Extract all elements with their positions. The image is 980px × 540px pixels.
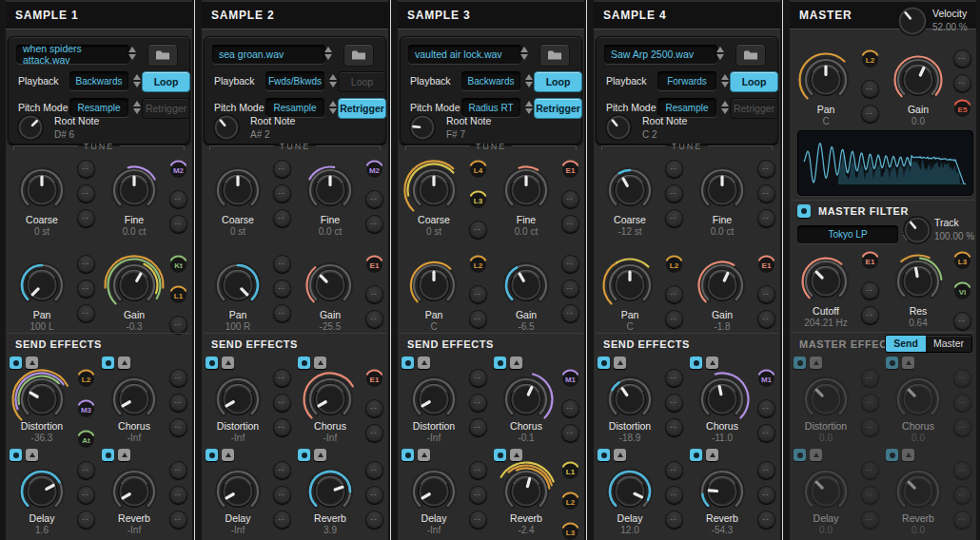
mod-slot-button[interactable]: --	[169, 486, 187, 504]
mod-slot-button[interactable]: --	[77, 461, 95, 479]
mod-badge-E1[interactable]: E1	[364, 369, 384, 389]
playback-spinner[interactable]	[329, 74, 337, 87]
mod-badge-E1[interactable]: E1	[560, 160, 580, 180]
pitch-spinner[interactable]	[721, 101, 729, 114]
mod-slot-button[interactable]: --	[561, 280, 579, 298]
retrigger-button[interactable]: Retrigger	[338, 98, 386, 119]
velocity-knob[interactable]	[896, 5, 929, 41]
mod-slot-button[interactable]: --	[169, 461, 187, 479]
loop-button[interactable]: Loop	[338, 71, 386, 92]
mod-slot-button[interactable]: --	[561, 255, 579, 273]
file-spinner[interactable]	[324, 47, 332, 60]
spinner-up-icon[interactable]	[721, 74, 729, 80]
filter-type-select[interactable]: Tokyo LP	[797, 225, 898, 243]
spinner-up-icon[interactable]	[329, 74, 337, 80]
mod-slot-button[interactable]: --	[365, 399, 383, 417]
mod-slot-button[interactable]: --	[273, 184, 291, 202]
spinner-up-icon[interactable]	[525, 101, 533, 106]
mod-slot-button[interactable]: --	[273, 486, 291, 504]
spinner-down-icon[interactable]	[520, 54, 528, 60]
mod-slot-button[interactable]: --	[469, 394, 487, 412]
spinner-down-icon[interactable]	[525, 82, 533, 87]
playback-select[interactable]: Backwards	[69, 71, 128, 90]
mod-badge-L2[interactable]: L2	[76, 369, 96, 389]
mod-badge-M2[interactable]: M2	[168, 160, 188, 180]
mod-slot-button[interactable]: --	[953, 369, 971, 387]
mod-slot-button[interactable]: --	[665, 461, 683, 479]
retrigger-button[interactable]: Retrigger	[730, 98, 778, 119]
mod-slot-button[interactable]: --	[561, 190, 579, 208]
mod-slot-button[interactable]: --	[665, 160, 683, 178]
spinner-down-icon[interactable]	[329, 108, 337, 114]
spinner-down-icon[interactable]	[133, 108, 141, 114]
mod-slot-button[interactable]: --	[77, 280, 95, 298]
mod-slot-button[interactable]: --	[77, 160, 95, 178]
spinner-down-icon[interactable]	[721, 82, 729, 87]
mod-slot-button[interactable]: --	[861, 394, 879, 412]
spinner-up-icon[interactable]	[133, 101, 141, 106]
folder-button[interactable]	[343, 44, 374, 67]
mod-slot-button[interactable]: --	[365, 190, 383, 208]
mod-slot-button[interactable]: --	[757, 184, 775, 202]
retrigger-button[interactable]: Retrigger	[142, 98, 190, 119]
pitch-spinner[interactable]	[525, 101, 533, 114]
master-filter-enable-checkbox[interactable]	[797, 204, 811, 218]
spinner-up-icon[interactable]	[329, 101, 337, 106]
spinner-down-icon[interactable]	[133, 82, 141, 87]
loop-button[interactable]: Loop	[142, 71, 190, 92]
mod-slot-button[interactable]: --	[861, 461, 879, 479]
mod-slot-button[interactable]: --	[273, 461, 291, 479]
mod-slot-button[interactable]: --	[169, 190, 187, 208]
mod-badge-L3[interactable]: L3	[952, 251, 972, 271]
mod-badge-L1[interactable]: L1	[560, 461, 580, 481]
spinner-down-icon[interactable]	[128, 54, 136, 60]
root-note-knob[interactable]	[604, 113, 633, 145]
mod-slot-button[interactable]: --	[77, 486, 95, 504]
mod-badge-M3[interactable]: M3	[76, 399, 96, 419]
playback-select[interactable]: Fwds/Bkwds	[265, 71, 324, 90]
sample-file-field[interactable]: when spiders attack.wav	[16, 45, 129, 64]
mod-badge-Kt[interactable]: Kt	[168, 255, 188, 275]
spinner-down-icon[interactable]	[329, 82, 337, 87]
pitch-mode-select[interactable]: Radius RT	[461, 98, 520, 117]
mod-badge-L2[interactable]: L2	[860, 49, 880, 69]
mod-badge-L2[interactable]: L2	[468, 255, 488, 275]
mod-slot-button[interactable]: --	[757, 461, 775, 479]
spinner-up-icon[interactable]	[324, 47, 332, 52]
mod-badge-M2[interactable]: M2	[364, 160, 384, 180]
mod-slot-button[interactable]: --	[469, 461, 487, 479]
spinner-up-icon[interactable]	[716, 47, 724, 52]
mod-slot-button[interactable]: --	[77, 255, 95, 273]
mod-badge-E1[interactable]: E1	[364, 255, 384, 275]
mod-slot-button[interactable]: --	[953, 74, 971, 92]
mod-slot-button[interactable]: --	[953, 49, 971, 68]
mod-slot-button[interactable]: --	[861, 369, 879, 387]
root-note-knob[interactable]	[212, 113, 241, 145]
spinner-down-icon[interactable]	[525, 108, 533, 114]
loop-button[interactable]: Loop	[534, 71, 582, 92]
mod-slot-button[interactable]: --	[469, 486, 487, 504]
mod-slot-button[interactable]: --	[561, 399, 579, 417]
root-note-knob[interactable]	[16, 113, 45, 145]
mod-slot-button[interactable]: --	[469, 369, 487, 387]
mod-slot-button[interactable]: --	[273, 280, 291, 298]
track-knob[interactable]	[902, 215, 932, 249]
pitch-spinner[interactable]	[133, 101, 141, 114]
playback-select[interactable]: Backwards	[461, 71, 520, 90]
mod-slot-button[interactable]: --	[861, 80, 879, 98]
spinner-up-icon[interactable]	[520, 47, 528, 52]
spinner-up-icon[interactable]	[525, 74, 533, 80]
mod-slot-button[interactable]: --	[365, 461, 383, 479]
playback-select[interactable]: Forwards	[657, 71, 716, 90]
mod-slot-button[interactable]: --	[665, 285, 683, 303]
spinner-up-icon[interactable]	[721, 101, 729, 106]
spinner-down-icon[interactable]	[324, 54, 332, 60]
sample-file-field[interactable]: sea groan.wav	[212, 45, 325, 64]
file-spinner[interactable]	[128, 47, 136, 60]
file-spinner[interactable]	[716, 47, 724, 60]
file-spinner[interactable]	[520, 47, 528, 60]
mod-slot-button[interactable]: --	[665, 394, 683, 412]
folder-button[interactable]	[735, 44, 766, 67]
mod-slot-button[interactable]: --	[953, 486, 971, 504]
mod-slot-button[interactable]: --	[757, 285, 775, 303]
